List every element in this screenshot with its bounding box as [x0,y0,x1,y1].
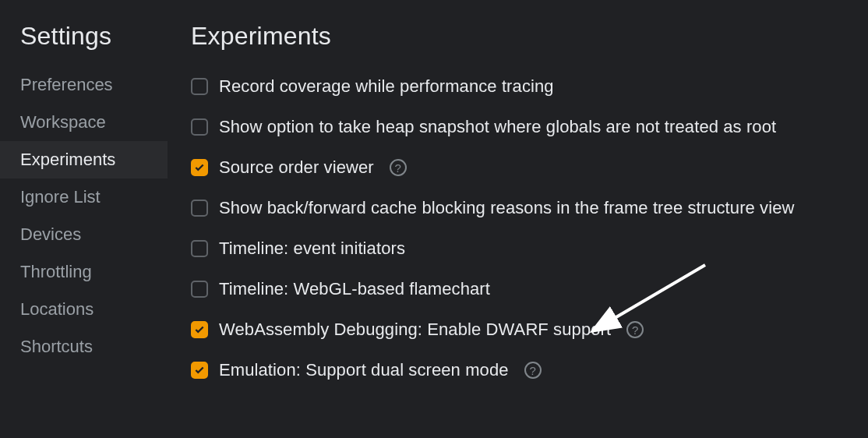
checkbox[interactable] [191,321,208,338]
checkbox[interactable] [191,118,208,136]
option-label: Record coverage while performance tracin… [219,76,554,97]
checkbox[interactable] [191,159,208,176]
sidebar-item-experiments[interactable]: Experiments [0,141,168,178]
sidebar-item-label: Throttling [20,262,92,281]
help-icon[interactable]: ? [390,159,407,176]
checkbox[interactable] [191,78,208,95]
sidebar-item-label: Devices [20,224,81,244]
check-icon [194,324,205,335]
main-panel: Experiments Record coverage while perfor… [168,0,868,438]
option-label: Emulation: Support dual screen mode [219,360,509,380]
option-emulation-dual-screen: Emulation: Support dual screen mode ? [191,350,868,390]
option-timeline-webgl-flamechart: Timeline: WebGL-based flamechart [191,269,868,309]
sidebar-item-locations[interactable]: Locations [0,291,168,328]
sidebar-item-label: Workspace [20,112,106,132]
sidebar-item-preferences[interactable]: Preferences [0,66,168,104]
sidebar-item-devices[interactable]: Devices [0,216,168,253]
option-heap-snapshot: Show option to take heap snapshot where … [191,107,868,147]
page-title: Experiments [168,22,868,66]
help-icon[interactable]: ? [626,321,644,338]
checkbox[interactable] [191,281,208,298]
option-label: Show back/forward cache blocking reasons… [219,198,795,218]
sidebar-item-workspace[interactable]: Workspace [0,104,168,141]
option-label: WebAssembly Debugging: Enable DWARF supp… [219,320,611,340]
checkbox[interactable] [191,362,208,379]
option-source-order-viewer: Source order viewer ? [191,147,868,188]
sidebar-item-label: Locations [20,299,94,319]
sidebar-item-label: Shortcuts [20,337,93,356]
option-bfcache-reasons: Show back/forward cache blocking reasons… [191,188,868,228]
option-timeline-event-initiators: Timeline: event initiators [191,228,868,269]
sidebar-item-ignore-list[interactable]: Ignore List [0,178,168,216]
option-label: Timeline: WebGL-based flamechart [219,279,490,299]
checkbox[interactable] [191,240,208,257]
sidebar-item-shortcuts[interactable]: Shortcuts [0,328,168,366]
settings-sidebar: Settings Preferences Workspace Experimen… [0,0,168,438]
sidebar-title: Settings [0,22,168,66]
sidebar-item-label: Ignore List [20,187,101,207]
check-icon [194,365,205,376]
experiments-options-list: Record coverage while performance tracin… [168,66,868,390]
check-icon [194,162,205,173]
sidebar-item-label: Experiments [20,150,115,169]
option-label: Show option to take heap snapshot where … [219,117,776,137]
checkbox[interactable] [191,200,208,217]
help-icon[interactable]: ? [524,362,542,379]
sidebar-item-label: Preferences [20,75,113,94]
sidebar-item-throttling[interactable]: Throttling [0,253,168,291]
option-label: Timeline: event initiators [219,238,405,259]
option-label: Source order viewer [219,157,374,178]
option-record-coverage: Record coverage while performance tracin… [191,66,868,107]
option-webassembly-dwarf: WebAssembly Debugging: Enable DWARF supp… [191,309,868,350]
